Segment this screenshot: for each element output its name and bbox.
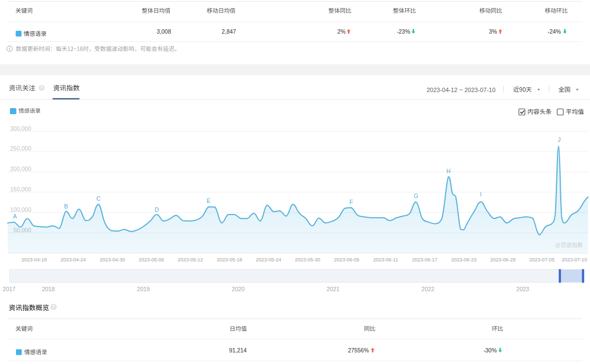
- svg-text:200,000: 200,000: [10, 165, 31, 172]
- svg-text:F: F: [350, 199, 353, 205]
- svg-text:J: J: [558, 136, 561, 143]
- svg-text:2023-05-24: 2023-05-24: [256, 257, 281, 263]
- svg-text:100,000: 100,000: [10, 206, 31, 213]
- svg-text:3,008: 3,008: [157, 29, 171, 35]
- svg-text:2020: 2020: [232, 286, 245, 292]
- svg-text:3%: 3%: [489, 29, 497, 35]
- svg-text:300,000: 300,000: [10, 125, 31, 132]
- svg-text:?: ?: [40, 85, 43, 90]
- svg-text:D: D: [155, 206, 159, 213]
- svg-text:2019: 2019: [137, 286, 150, 292]
- svg-text:2023-05-30: 2023-05-30: [295, 257, 320, 263]
- svg-text:2023-06-05: 2023-06-05: [334, 257, 360, 263]
- svg-text:2023-05-06: 2023-05-06: [138, 257, 164, 263]
- svg-text:2023-06-17: 2023-06-17: [412, 257, 437, 263]
- svg-text:2021: 2021: [326, 286, 340, 292]
- svg-text:-24%: -24%: [548, 29, 561, 35]
- svg-text:27556%: 27556%: [348, 347, 369, 354]
- svg-text:-30%: -30%: [484, 347, 497, 354]
- svg-text:2,847: 2,847: [222, 29, 236, 35]
- svg-text:H: H: [446, 168, 450, 174]
- svg-text:-23%: -23%: [397, 29, 410, 35]
- svg-text:2023-06-11: 2023-06-11: [373, 257, 398, 263]
- svg-text:2023: 2023: [516, 286, 529, 292]
- svg-text:2023-05-12: 2023-05-12: [178, 257, 203, 263]
- svg-text:2022: 2022: [421, 286, 435, 292]
- svg-text:2023-07-05: 2023-07-05: [529, 257, 555, 263]
- svg-text:2023-05-18: 2023-05-18: [217, 257, 242, 263]
- svg-text:?: ?: [52, 304, 55, 309]
- svg-text:250,000: 250,000: [10, 145, 31, 152]
- svg-text:C: C: [96, 195, 101, 202]
- svg-text:E: E: [207, 197, 211, 204]
- svg-text:2023-04-24: 2023-04-24: [61, 257, 86, 263]
- svg-text:2023-04-30: 2023-04-30: [100, 257, 125, 263]
- svg-text:91,214: 91,214: [229, 347, 247, 354]
- svg-text:2023-06-23: 2023-06-23: [451, 257, 476, 263]
- svg-text:2023-06-29: 2023-06-29: [490, 257, 516, 263]
- svg-text:150,000: 150,000: [10, 186, 31, 192]
- svg-text:2018: 2018: [42, 286, 55, 292]
- svg-text:2023-04-18: 2023-04-18: [22, 257, 47, 263]
- svg-text:2017: 2017: [3, 286, 16, 292]
- svg-text:2023-07-10: 2023-07-10: [562, 257, 587, 263]
- svg-text:I: I: [480, 191, 481, 197]
- svg-text:2%: 2%: [337, 29, 346, 35]
- svg-text:2023-04-12 ~ 2023-07-10: 2023-04-12 ~ 2023-07-10: [426, 87, 495, 93]
- svg-text:B: B: [64, 203, 68, 210]
- svg-text:G: G: [414, 192, 418, 199]
- svg-text:A: A: [13, 213, 17, 220]
